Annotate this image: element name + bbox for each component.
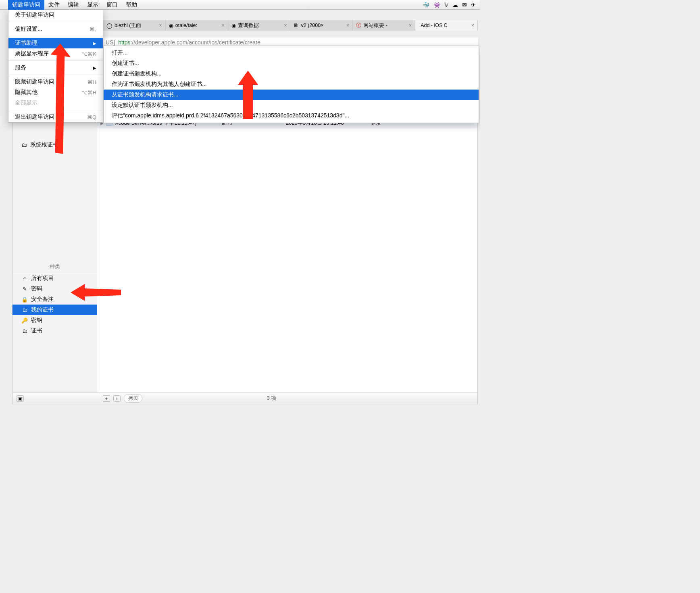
cloud-icon[interactable]: ☁︎ [452,2,458,8]
tab[interactable]: Add - iOS C× [415,20,478,31]
tab[interactable]: Ⓨ网站概要 -× [353,20,415,31]
sidebar-item-passwords[interactable]: ✎密码 [12,284,97,294]
browser-tabs: ◯biezhi (王面× ◉otale/tale:× ◉查询数据× 🗎v2 (2… [103,20,478,31]
sidebar-item-my-certificates[interactable]: 🗂我的证书 [12,305,97,315]
submenu-arrow-icon: ▶ [93,41,96,46]
submenu-set-default-ca[interactable]: 设定默认证书颁发机构... [104,100,479,111]
sidebar-item-secure-notes[interactable]: 🔒安全备注 [12,294,97,305]
menu-window[interactable]: 窗口 [102,0,122,10]
sidebar-item-system-roots[interactable]: 🗂系统根证书 [12,140,97,150]
sidebar-category: 种类 [12,261,97,273]
close-icon[interactable]: × [346,23,349,28]
cert-assistant-submenu: 打开... 创建证书... 创建证书颁发机构... 作为证书颁发机构为其他人创建… [103,46,479,123]
sidebar-item-certificates[interactable]: 🗂证书 [12,326,97,336]
docker-icon[interactable]: 🐳 [423,2,429,8]
sidebar-item-keys[interactable]: 🔑密钥 [12,315,97,326]
add-button[interactable]: + [103,395,110,402]
sidebar-item-all[interactable]: 𝄐所有项目 [12,273,97,284]
toggle-detail-icon[interactable]: ▣ [17,395,24,402]
menu-about[interactable]: 关于钥匙串访问 [8,10,103,20]
submenu-request-from-ca[interactable]: 从证书颁发机构请求证书... [104,90,479,100]
table-body: ▶com.apple.id...b50313742513d3d 证书 2019年… [97,97,477,393]
menu-cert-assistant[interactable]: 证书助理▶ [8,38,103,48]
system-tray: 🐳 👾 𝕍 ☁︎ ✉︎ ✈︎ [423,2,480,8]
menu-services[interactable]: 服务▶ [8,63,103,73]
lock-icon: 🔒 [21,296,28,303]
info-button[interactable]: i [113,395,121,402]
close-icon[interactable]: × [409,23,412,28]
menu-ticket-viewer[interactable]: 票据显示程序⌥⌘K [8,48,103,59]
close-icon[interactable]: × [471,23,474,28]
menu-help[interactable]: 帮助 [122,0,141,10]
menubar: 钥匙串访问 文件 编辑 显示 窗口 帮助 🐳 👾 𝕍 ☁︎ ✉︎ ✈︎ [0,0,480,10]
submenu-create-cert[interactable]: 创建证书... [104,58,479,69]
copy-button[interactable]: 拷贝 [124,394,142,403]
menu-prefs[interactable]: 偏好设置...⌘, [8,24,103,34]
close-icon[interactable]: × [159,23,162,28]
status-bar: ▣ + i 拷贝 3 项 [12,393,477,404]
wechat-icon[interactable]: ✉︎ [462,2,467,8]
tab[interactable]: ◯biezhi (王面× [103,20,166,31]
close-icon[interactable]: × [221,23,224,28]
key-icon: 🔑 [21,317,28,324]
app-menu[interactable]: 钥匙串访问 [8,0,44,10]
submenu-arrow-icon: ▶ [93,66,96,70]
send-icon[interactable]: ✈︎ [471,2,476,8]
menu-show-all: 全部显示 [8,98,103,108]
menu-hide-others[interactable]: 隐藏其他⌥⌘H [8,87,103,98]
menu-edit[interactable]: 编辑 [64,0,83,10]
app-dropdown: 关于钥匙串访问 偏好设置...⌘, 证书助理▶ 票据显示程序⌥⌘K 服务▶ 隐藏… [8,10,103,123]
submenu-evaluate[interactable]: 评估"com.apple.idms.appleid.prd.6 2f413246… [104,111,479,121]
tab[interactable]: 🗎v2 (2000×× [290,20,353,31]
submenu-create-for-others[interactable]: 作为证书颁发机构为其他人创建证书... [104,79,479,90]
menu-quit[interactable]: 退出钥匙串访问⌘Q [8,112,103,122]
item-count: 3 项 [146,395,398,402]
submenu-create-ca[interactable]: 创建证书颁发机构... [104,69,479,79]
menu-hide[interactable]: 隐藏钥匙串访问⌘H [8,77,103,87]
menu-file[interactable]: 文件 [44,0,64,10]
url-text: ://developer.apple.com/account/ios/certi… [130,39,260,46]
scissors-icon: 𝄐 [21,275,28,282]
tray-icon[interactable]: 𝕍 [444,2,448,8]
tray-icon[interactable]: 👾 [433,2,440,8]
tab[interactable]: ◉查询数据× [228,20,291,31]
close-icon[interactable]: × [284,23,287,28]
certificate-icon: 🗂 [21,307,28,313]
submenu-open[interactable]: 打开... [104,48,479,58]
tab[interactable]: ◉otale/tale:× [166,20,228,31]
pencil-icon: ✎ [21,286,28,292]
menu-view[interactable]: 显示 [83,0,102,10]
certificate-icon: 🗂 [21,328,28,334]
